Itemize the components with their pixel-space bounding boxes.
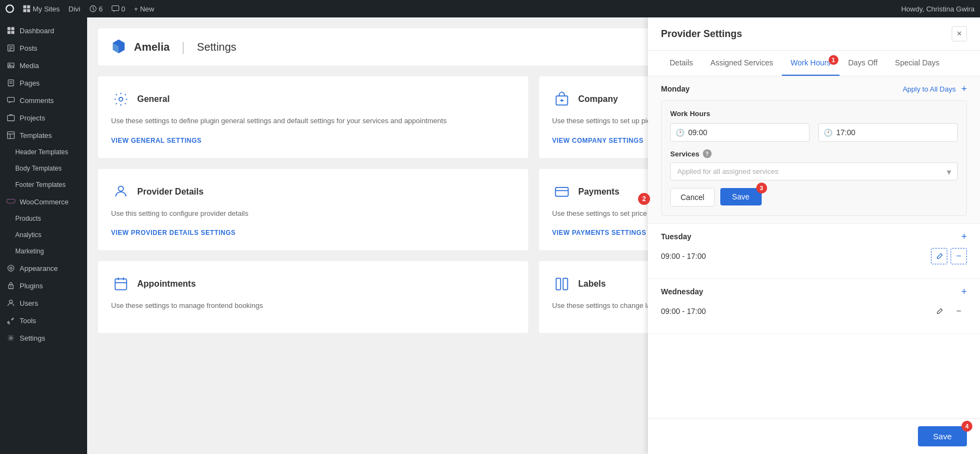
- sidebar-label-projects: Projects: [20, 114, 45, 122]
- users-icon: [7, 299, 15, 307]
- sidebar-item-pages[interactable]: Pages: [0, 74, 87, 92]
- save-work-hours-button[interactable]: Save: [720, 188, 762, 205]
- sidebar-item-appearance[interactable]: Appearance: [0, 259, 87, 277]
- sidebar-item-posts[interactable]: Posts: [0, 39, 87, 57]
- panel-footer: Save 4: [648, 418, 980, 454]
- provider-card-link[interactable]: VIEW PROVIDER DETAILS SETTINGS: [111, 229, 236, 237]
- sidebar-label-woocommerce: WooCommerce: [20, 198, 69, 206]
- wednesday-add-button[interactable]: +: [961, 287, 967, 296]
- svg-rect-22: [8, 132, 15, 139]
- end-time-input[interactable]: [818, 123, 958, 142]
- sidebar-item-settings[interactable]: Settings: [0, 329, 87, 347]
- panel-close-button[interactable]: ×: [952, 26, 967, 41]
- sidebar-item-dashboard[interactable]: Dashboard: [0, 22, 87, 39]
- services-help-icon[interactable]: ?: [703, 149, 712, 158]
- pages-icon: [7, 78, 15, 87]
- save-badge-3: 3: [756, 183, 767, 193]
- tab-days-off[interactable]: Days Off: [840, 51, 886, 76]
- form-actions: Cancel Save 3: [670, 188, 958, 207]
- end-time-wrap: 🕐: [818, 123, 958, 142]
- tuesday-delete-button[interactable]: −: [951, 248, 967, 264]
- services-select[interactable]: Applied for all assigned services: [670, 162, 958, 180]
- tuesday-edit-button[interactable]: [931, 248, 947, 264]
- new-label: + New: [134, 5, 154, 13]
- sidebar-item-comments[interactable]: Comments: [0, 92, 87, 109]
- updates-menu[interactable]: 6: [89, 5, 103, 13]
- wp-logo[interactable]: [5, 4, 14, 13]
- updates-count: 6: [99, 5, 103, 13]
- sidebar-item-plugins[interactable]: Plugins: [0, 277, 87, 294]
- sidebar-item-analytics[interactable]: Analytics: [0, 227, 87, 243]
- end-time-icon: 🕐: [824, 129, 832, 137]
- panel-tabs: Details Assigned Services Work Hours 1 D…: [648, 51, 980, 76]
- tuesday-range-actions: −: [931, 248, 967, 264]
- comments-menu[interactable]: 0: [112, 5, 125, 13]
- general-card-link[interactable]: VIEW GENERAL SETTINGS: [111, 137, 201, 144]
- sidebar-label-users: Users: [20, 299, 38, 307]
- sidebar-item-media[interactable]: Media: [0, 57, 87, 74]
- sidebar-item-projects[interactable]: Projects: [0, 109, 87, 126]
- appointments-card-title: Appointments: [137, 279, 196, 289]
- badge-2: 2: [638, 193, 650, 205]
- sidebar-label-pages: Pages: [20, 79, 40, 87]
- footer-save-wrap: Save 4: [918, 426, 967, 446]
- tuesday-time-range: 09:00 - 17:00 −: [661, 241, 967, 271]
- sidebar-item-products[interactable]: Products: [0, 210, 87, 227]
- sidebar-label-marketing: Marketing: [15, 247, 44, 255]
- sidebar-label-footer-templates: Footer Templates: [15, 181, 66, 189]
- svg-rect-21: [8, 116, 15, 121]
- wednesday-delete-button[interactable]: −: [951, 303, 967, 319]
- sidebar-item-body-templates[interactable]: Body Templates: [0, 160, 87, 177]
- templates-icon: [7, 131, 15, 140]
- appointments-card-desc: Use these settings to manage frontend bo…: [111, 300, 515, 311]
- svg-point-26: [10, 267, 12, 269]
- cancel-button[interactable]: Cancel: [670, 188, 715, 207]
- wednesday-edit-button[interactable]: [931, 303, 947, 319]
- plugins-icon: [7, 281, 15, 290]
- sidebar-item-footer-templates[interactable]: Footer Templates: [0, 177, 87, 193]
- wednesday-range-actions: −: [931, 303, 967, 319]
- sidebar-item-users[interactable]: Users: [0, 294, 87, 312]
- start-time-icon: 🕐: [676, 129, 684, 137]
- footer-save-button[interactable]: Save: [918, 426, 967, 446]
- sidebar-label-settings: Settings: [20, 334, 45, 342]
- new-menu[interactable]: + New: [134, 5, 154, 13]
- tab-special-days[interactable]: Special Days: [886, 51, 948, 76]
- apply-to-all-link[interactable]: Apply to All Days: [903, 85, 956, 93]
- amelia-logo: Amelia: [109, 37, 170, 57]
- panel-title: Provider Settings: [661, 28, 742, 40]
- svg-point-25: [8, 265, 14, 271]
- sidebar-label-body-templates: Body Templates: [15, 165, 62, 172]
- sidebar-item-marketing[interactable]: Marketing: [0, 243, 87, 259]
- settings-card-appointments: Appointments Use these settings to manag…: [98, 261, 528, 333]
- labels-card-title: Labels: [578, 279, 606, 289]
- payments-card-link[interactable]: VIEW PAYMENTS SETTINGS: [552, 229, 646, 237]
- amelia-page-title: Settings: [197, 41, 236, 53]
- tuesday-range-text: 09:00 - 17:00: [661, 252, 706, 261]
- amelia-name: Amelia: [134, 41, 170, 53]
- work-hours-form: Work Hours 🕐 🕐 Serv: [661, 100, 967, 216]
- sidebar-item-tools[interactable]: Tools: [0, 312, 87, 329]
- monday-add-button[interactable]: +: [961, 84, 967, 94]
- tab-work-hours[interactable]: Work Hours 1: [782, 51, 840, 76]
- my-sites-menu[interactable]: My Sites: [23, 5, 60, 13]
- sidebar-label-tools: Tools: [20, 317, 36, 325]
- start-time-wrap: 🕐: [670, 123, 810, 142]
- tab-assigned-services[interactable]: Assigned Services: [702, 51, 782, 76]
- svg-point-35: [118, 186, 123, 191]
- company-card-link[interactable]: VIEW COMPANY SETTINGS: [552, 137, 644, 144]
- company-card-title: Company: [578, 94, 618, 104]
- sidebar-item-templates[interactable]: Templates: [0, 126, 87, 144]
- svg-rect-10: [11, 31, 15, 34]
- tuesday-add-button[interactable]: +: [961, 232, 967, 241]
- posts-icon: [7, 44, 15, 52]
- divi-menu[interactable]: Divi: [69, 5, 81, 13]
- provider-card-title: Provider Details: [137, 187, 204, 197]
- sidebar-item-woocommerce[interactable]: WooCommerce: [0, 193, 87, 210]
- start-time-input[interactable]: [670, 123, 810, 142]
- sidebar-item-header-templates[interactable]: Header Templates: [0, 144, 87, 160]
- sidebar: Dashboard Posts Media Pages Comments: [0, 17, 87, 454]
- my-sites-label: My Sites: [33, 5, 60, 13]
- tab-details[interactable]: Details: [661, 51, 702, 76]
- services-select-wrap: Applied for all assigned services ▾: [670, 162, 958, 180]
